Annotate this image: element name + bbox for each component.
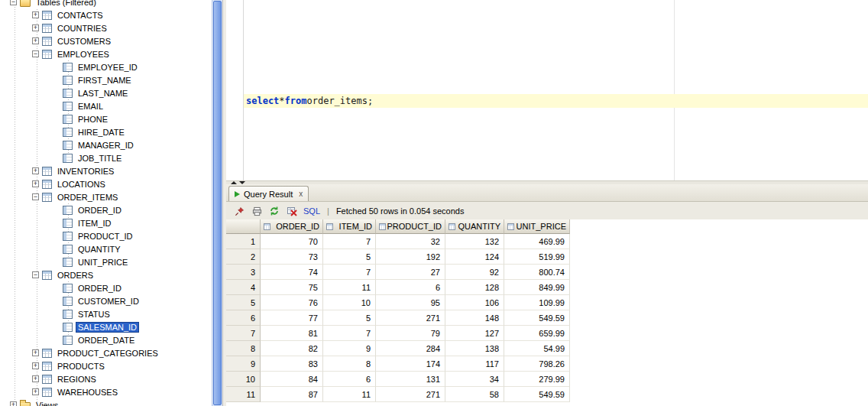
cell[interactable]: 192 bbox=[376, 249, 445, 265]
tree-item-last-name[interactable]: LAST_NAME bbox=[0, 86, 212, 99]
cell[interactable]: 11 bbox=[323, 387, 376, 402]
cell[interactable]: 8 bbox=[323, 356, 376, 372]
tree-item-warehouses[interactable]: +WAREHOUSES bbox=[0, 385, 212, 398]
row-number[interactable]: 5 bbox=[226, 295, 261, 310]
sql-statement-line[interactable]: select * from order_items; bbox=[244, 94, 868, 108]
sql-worksheet-link[interactable]: SQL bbox=[303, 206, 320, 216]
tree-item-customers[interactable]: +CUSTOMERS bbox=[0, 34, 212, 47]
cell[interactable]: 132 bbox=[445, 234, 504, 249]
pin-icon[interactable] bbox=[233, 205, 245, 217]
cell[interactable]: 9 bbox=[323, 341, 376, 356]
plus-expander-icon[interactable]: + bbox=[32, 24, 39, 31]
plus-expander-icon[interactable]: + bbox=[32, 180, 39, 187]
cell[interactable]: 95 bbox=[376, 295, 445, 310]
tree-item-salesman-id[interactable]: SALESMAN_ID bbox=[0, 320, 212, 333]
cell[interactable]: 798.26 bbox=[504, 356, 570, 372]
cell[interactable]: 76 bbox=[261, 295, 323, 310]
cell[interactable]: 58 bbox=[445, 387, 504, 402]
cell[interactable]: 469.99 bbox=[504, 234, 570, 249]
tree-item-regions[interactable]: +REGIONS bbox=[0, 372, 212, 385]
sql-worksheet-editor[interactable]: select * from order_items; bbox=[226, 0, 868, 180]
cell[interactable]: 7 bbox=[323, 234, 376, 249]
cell[interactable]: 70 bbox=[261, 234, 323, 249]
cell[interactable]: 81 bbox=[261, 326, 323, 341]
row-number[interactable]: 6 bbox=[226, 310, 261, 326]
refresh-icon[interactable] bbox=[268, 205, 280, 217]
row-number[interactable]: 10 bbox=[226, 372, 261, 387]
tree-item-employee-id[interactable]: EMPLOYEE_ID bbox=[0, 60, 212, 73]
cell[interactable]: 92 bbox=[445, 265, 504, 280]
tree-item-countries[interactable]: +COUNTRIES bbox=[0, 21, 212, 34]
tree-item-customer-id[interactable]: CUSTOMER_ID bbox=[0, 294, 212, 307]
column-header-order_id[interactable]: ORDER_ID bbox=[261, 219, 323, 234]
cell[interactable]: 6 bbox=[323, 372, 376, 387]
tree-item-inventories[interactable]: +INVENTORIES bbox=[0, 164, 212, 177]
cell[interactable]: 82 bbox=[261, 341, 323, 356]
cell[interactable]: 75 bbox=[261, 280, 323, 295]
delete-result-icon[interactable] bbox=[286, 205, 298, 217]
tree-item-products[interactable]: +PRODUCTS bbox=[0, 359, 212, 372]
minus-expander-icon[interactable]: − bbox=[32, 50, 39, 57]
cell[interactable]: 32 bbox=[376, 234, 445, 249]
row-number[interactable]: 4 bbox=[226, 280, 261, 295]
cell[interactable]: 83 bbox=[261, 356, 323, 372]
connections-tree-panel[interactable]: −Tables (Filtered)+CONTACTS+COUNTRIES+CU… bbox=[0, 0, 223, 406]
tree-item-locations[interactable]: +LOCATIONS bbox=[0, 177, 212, 190]
tree-item-unit-price[interactable]: UNIT_PRICE bbox=[0, 255, 212, 268]
cell[interactable]: 84 bbox=[261, 372, 323, 387]
cell[interactable]: 271 bbox=[376, 387, 445, 402]
tree-item-first-name[interactable]: FIRST_NAME bbox=[0, 73, 212, 86]
row-number[interactable]: 9 bbox=[226, 356, 261, 372]
row-number[interactable]: 8 bbox=[226, 341, 261, 356]
cell[interactable]: 124 bbox=[445, 249, 504, 265]
cell[interactable]: 127 bbox=[445, 326, 504, 341]
column-header-item_id[interactable]: ITEM_ID bbox=[323, 219, 376, 234]
cell[interactable]: 10 bbox=[323, 295, 376, 310]
row-number[interactable]: 11 bbox=[226, 387, 261, 402]
plus-expander-icon[interactable]: + bbox=[32, 375, 39, 382]
cell[interactable]: 73 bbox=[261, 249, 323, 265]
minus-expander-icon[interactable]: − bbox=[32, 193, 39, 200]
cell[interactable]: 117 bbox=[445, 356, 504, 372]
cell[interactable]: 849.99 bbox=[504, 280, 570, 295]
plus-expander-icon[interactable]: + bbox=[10, 401, 17, 406]
print-icon[interactable] bbox=[251, 205, 263, 217]
plus-expander-icon[interactable]: + bbox=[32, 388, 39, 395]
cell[interactable]: 5 bbox=[323, 249, 376, 265]
tree-item-manager-id[interactable]: MANAGER_ID bbox=[0, 138, 212, 151]
cell[interactable]: 74 bbox=[261, 265, 323, 280]
minus-expander-icon[interactable]: − bbox=[32, 271, 39, 278]
tree-item-tables-filtered-[interactable]: −Tables (Filtered) bbox=[0, 0, 212, 8]
cell[interactable]: 106 bbox=[445, 295, 504, 310]
tree-item-product-id[interactable]: PRODUCT_ID bbox=[0, 229, 212, 242]
cell[interactable]: 87 bbox=[261, 387, 323, 402]
cell[interactable]: 549.59 bbox=[504, 310, 570, 326]
column-header-product_id[interactable]: PRODUCT_ID bbox=[376, 219, 445, 234]
cell[interactable]: 279.99 bbox=[504, 372, 570, 387]
row-number[interactable]: 1 bbox=[226, 234, 261, 249]
cell[interactable]: 549.59 bbox=[504, 387, 570, 402]
cell[interactable]: 34 bbox=[445, 372, 504, 387]
cell[interactable]: 79 bbox=[376, 326, 445, 341]
tree-item-orders[interactable]: −ORDERS bbox=[0, 268, 212, 281]
plus-expander-icon[interactable]: + bbox=[32, 349, 39, 356]
cell[interactable]: 109.99 bbox=[504, 295, 570, 310]
tree-item-order-items[interactable]: −ORDER_ITEMS bbox=[0, 190, 212, 203]
row-number[interactable]: 2 bbox=[226, 249, 261, 265]
plus-expander-icon[interactable]: + bbox=[32, 167, 39, 174]
cell[interactable]: 11 bbox=[323, 280, 376, 295]
tree-vertical-scrollbar[interactable] bbox=[212, 0, 222, 406]
tree-item-order-id[interactable]: ORDER_ID bbox=[0, 281, 212, 294]
tree-item-quantity[interactable]: QUANTITY bbox=[0, 242, 212, 255]
minus-expander-icon[interactable]: − bbox=[10, 0, 17, 5]
tree-item-views[interactable]: +Views bbox=[0, 398, 212, 406]
tree-item-phone[interactable]: PHONE bbox=[0, 112, 212, 125]
cell[interactable]: 174 bbox=[376, 356, 445, 372]
cell[interactable]: 148 bbox=[445, 310, 504, 326]
cell[interactable]: 7 bbox=[323, 265, 376, 280]
cell[interactable]: 5 bbox=[323, 310, 376, 326]
tree-item-hire-date[interactable]: HIRE_DATE bbox=[0, 125, 212, 138]
cell[interactable]: 131 bbox=[376, 372, 445, 387]
cell[interactable]: 659.99 bbox=[504, 326, 570, 341]
tree-item-status[interactable]: STATUS bbox=[0, 307, 212, 320]
